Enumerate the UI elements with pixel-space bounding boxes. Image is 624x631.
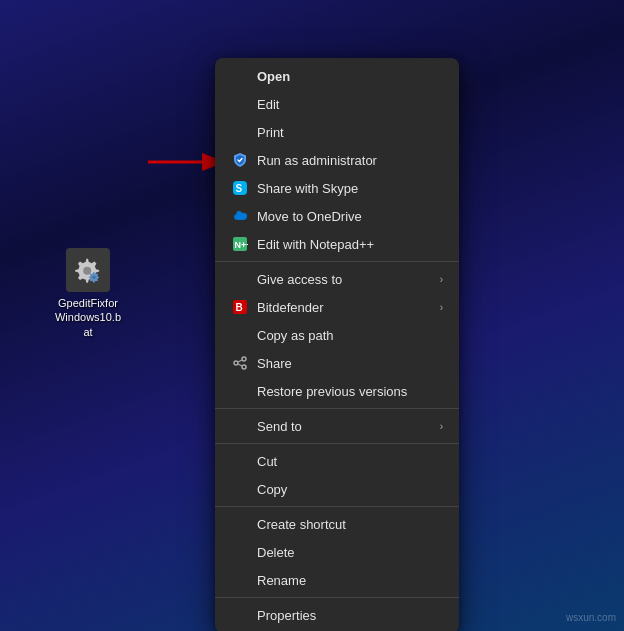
menu-label-share-skype: Share with Skype (257, 181, 443, 196)
cut-icon (231, 452, 249, 470)
separator-5 (215, 597, 459, 598)
menu-label-print: Print (257, 125, 443, 140)
menu-label-copy-as-path: Copy as path (257, 328, 443, 343)
menu-item-restore[interactable]: Restore previous versions (215, 377, 459, 405)
menu-label-delete: Delete (257, 545, 443, 560)
menu-label-edit: Edit (257, 97, 443, 112)
menu-label-open: Open (257, 69, 443, 84)
menu-item-share[interactable]: Share (215, 349, 459, 377)
properties-icon (231, 606, 249, 624)
svg-point-12 (242, 365, 246, 369)
arrow-right-icon: › (440, 274, 443, 285)
delete-icon (231, 543, 249, 561)
skype-icon: S (231, 179, 249, 197)
menu-item-edit-notepadpp[interactable]: N++ Edit with Notepad++ (215, 230, 459, 258)
menu-label-send-to: Send to (257, 419, 432, 434)
separator-3 (215, 443, 459, 444)
svg-point-10 (242, 357, 246, 361)
send-to-arrow-icon: › (440, 421, 443, 432)
desktop-icon-label: GpeditFixforWindows10.bat (55, 296, 121, 339)
gear-icon (72, 254, 104, 286)
svg-point-11 (234, 361, 238, 365)
menu-label-move-onedrive: Move to OneDrive (257, 209, 443, 224)
shield-icon (231, 151, 249, 169)
edit-icon (231, 95, 249, 113)
separator-4 (215, 506, 459, 507)
menu-label-create-shortcut: Create shortcut (257, 517, 443, 532)
menu-item-bitdefender[interactable]: B Bitdefender › (215, 293, 459, 321)
rename-icon (231, 571, 249, 589)
copy-icon (231, 480, 249, 498)
svg-text:B: B (236, 302, 243, 313)
menu-label-copy: Copy (257, 482, 443, 497)
menu-item-cut[interactable]: Cut (215, 447, 459, 475)
menu-label-bitdefender: Bitdefender (257, 300, 432, 315)
menu-item-send-to[interactable]: Send to › (215, 412, 459, 440)
menu-item-delete[interactable]: Delete (215, 538, 459, 566)
menu-item-share-skype[interactable]: S Share with Skype (215, 174, 459, 202)
menu-label-give-access: Give access to (257, 272, 432, 287)
open-icon (231, 67, 249, 85)
svg-point-0 (83, 267, 91, 275)
menu-label-rename: Rename (257, 573, 443, 588)
menu-item-move-onedrive[interactable]: Move to OneDrive (215, 202, 459, 230)
menu-label-restore: Restore previous versions (257, 384, 443, 399)
menu-item-create-shortcut[interactable]: Create shortcut (215, 510, 459, 538)
svg-text:N++: N++ (235, 240, 249, 250)
separator-1 (215, 261, 459, 262)
menu-item-open[interactable]: Open (215, 62, 459, 90)
share-icon (231, 354, 249, 372)
svg-line-14 (238, 364, 242, 366)
restore-icon (231, 382, 249, 400)
notepadpp-icon: N++ (231, 235, 249, 253)
desktop-icon-gpeditfix[interactable]: GpeditFixforWindows10.bat (52, 248, 124, 339)
menu-item-run-as-admin[interactable]: Run as administrator (215, 146, 459, 174)
menu-item-give-access[interactable]: Give access to › (215, 265, 459, 293)
send-to-icon (231, 417, 249, 435)
menu-label-cut: Cut (257, 454, 443, 469)
menu-item-copy[interactable]: Copy (215, 475, 459, 503)
desktop-icon-image (66, 248, 110, 292)
give-access-icon (231, 270, 249, 288)
menu-item-print[interactable]: Print (215, 118, 459, 146)
bitdefender-icon: B (231, 298, 249, 316)
menu-item-rename[interactable]: Rename (215, 566, 459, 594)
svg-point-1 (92, 276, 95, 279)
context-menu: Open Edit Print Run as administrator (215, 58, 459, 631)
separator-2 (215, 408, 459, 409)
menu-label-edit-notepadpp: Edit with Notepad++ (257, 237, 443, 252)
menu-item-edit[interactable]: Edit (215, 90, 459, 118)
bitdefender-arrow-icon: › (440, 302, 443, 313)
menu-label-share: Share (257, 356, 443, 371)
copy-path-icon (231, 326, 249, 344)
menu-item-properties[interactable]: Properties (215, 601, 459, 629)
onedrive-icon (231, 207, 249, 225)
menu-label-properties: Properties (257, 608, 443, 623)
svg-text:S: S (236, 183, 243, 194)
svg-line-13 (238, 360, 242, 362)
menu-label-run-as-admin: Run as administrator (257, 153, 443, 168)
desktop: GpeditFixforWindows10.bat Open Edit Pr (0, 0, 624, 631)
shortcut-icon (231, 515, 249, 533)
menu-item-copy-as-path[interactable]: Copy as path (215, 321, 459, 349)
print-icon (231, 123, 249, 141)
watermark: wsxun.com (566, 612, 616, 623)
